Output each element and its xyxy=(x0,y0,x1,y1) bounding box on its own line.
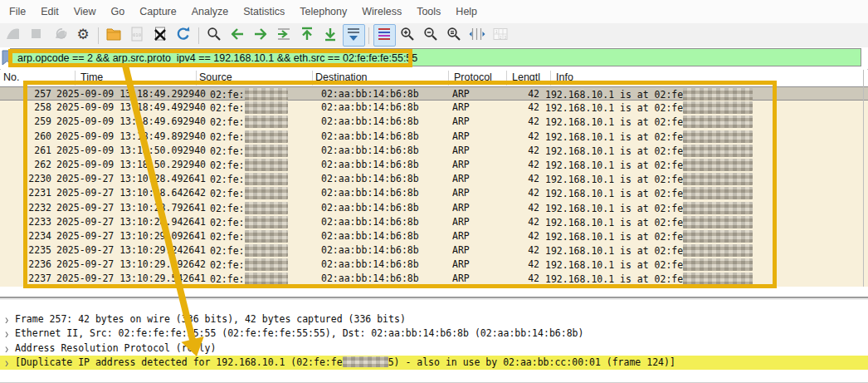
column-header-destination[interactable]: Destination xyxy=(315,71,368,83)
column-header-info[interactable]: Info xyxy=(556,71,573,83)
cell-info: 192.168.10.1 is at 02:fe xyxy=(545,187,753,199)
zoom-reset-icon xyxy=(446,26,462,46)
splitter-line-light xyxy=(0,298,868,300)
filter-bookmark-icon[interactable] xyxy=(0,49,9,67)
packet-row-259[interactable]: 2592025-09-09 13:18:49.69294002:fe:02:aa… xyxy=(0,115,868,129)
menu-item-file[interactable]: File xyxy=(2,0,33,23)
column-header-no[interactable]: No. xyxy=(3,71,19,83)
cell-no: 261 xyxy=(0,145,51,156)
menu-item-telephony[interactable]: Telephony xyxy=(292,0,354,23)
colorize-button[interactable] xyxy=(373,24,396,47)
redacted-block xyxy=(245,258,288,271)
restart-capture-button[interactable] xyxy=(49,24,71,47)
go-to-top-button[interactable] xyxy=(296,24,319,47)
cell-no: 2236 xyxy=(0,258,51,270)
stop-capture-icon xyxy=(28,26,45,46)
column-divider[interactable] xyxy=(506,71,507,86)
detail-row-0[interactable]: ›Frame 257: 42 bytes on wire (336 bits),… xyxy=(0,312,868,327)
cell-destination: 02:aa:bb:14:b6:8b xyxy=(321,258,419,270)
packet-row-2235[interactable]: 22352025-09-27 13:10:29.24264102:fe:02:a… xyxy=(0,243,868,258)
redacted-block xyxy=(683,202,753,214)
packet-row-2230[interactable]: 22302025-09-27 13:10:28.49264102:fe:02:a… xyxy=(0,172,868,186)
packet-row-261[interactable]: 2612025-09-09 13:18:50.09294002:fe:02:aa… xyxy=(0,144,868,158)
detail-row-2[interactable]: ›Address Resolution Protocol (reply) xyxy=(0,341,868,356)
menu-item-analyze[interactable]: Analyze xyxy=(184,0,236,23)
packet-row-258[interactable]: 2582025-09-09 13:18:49.49294002:fe:02:aa… xyxy=(0,101,868,115)
capture-options-button[interactable]: ⚙ xyxy=(72,24,95,47)
redacted-block xyxy=(245,159,288,171)
menu-item-view[interactable]: View xyxy=(66,0,104,23)
packet-row-2233[interactable]: 22332025-09-27 13:10:28.94264102:fe:02:a… xyxy=(0,215,868,229)
close-file-icon xyxy=(152,26,168,46)
cell-info: 192.168.10.1 is at 02:fe xyxy=(545,159,753,171)
cell-time: 2025-09-27 13:10:29.242641 xyxy=(56,244,206,256)
svg-text:⚙: ⚙ xyxy=(76,26,89,42)
pane-splitter[interactable] xyxy=(0,287,868,301)
display-filter-input[interactable]: arp.opcode == 2 && arp.src.proto_ipv4 ==… xyxy=(10,48,861,66)
cell-info: 192.168.10.1 is at 02:fe xyxy=(545,244,753,257)
open-file-button[interactable] xyxy=(103,24,125,47)
cell-no: 2231 xyxy=(0,187,51,199)
start-capture-button[interactable] xyxy=(2,24,25,47)
menu-item-tools[interactable]: Tools xyxy=(409,0,448,23)
packet-row-2234[interactable]: 22342025-09-27 13:10:29.09264102:fe:02:a… xyxy=(0,229,868,243)
menu-item-go[interactable]: Go xyxy=(104,0,133,23)
cell-protocol: ARP xyxy=(452,258,470,270)
column-header-lengtl[interactable]: Lengtl xyxy=(512,71,540,83)
cell-info: 192.168.10.1 is at 02:fe xyxy=(545,130,753,143)
zoom-reset-button[interactable] xyxy=(443,24,466,47)
packet-row-262[interactable]: 2622025-09-09 13:18:50.29294002:fe:02:aa… xyxy=(0,158,868,172)
auto-scroll-button[interactable] xyxy=(343,24,365,47)
cell-time: 2025-09-09 13:18:50.292940 xyxy=(56,159,206,170)
cell-length: 42 xyxy=(498,88,539,100)
go-forward-button[interactable] xyxy=(250,24,272,47)
find-packet-icon xyxy=(206,26,222,46)
go-back-button[interactable] xyxy=(227,24,249,47)
cell-length: 42 xyxy=(498,145,539,156)
menu-item-wireless[interactable]: Wireless xyxy=(354,0,409,23)
cell-info: 192.168.10.1 is at 02:fe xyxy=(545,115,753,128)
go-to-bottom-button[interactable] xyxy=(319,24,342,47)
menu-item-help[interactable]: Help xyxy=(448,0,485,23)
column-header-time[interactable]: Time xyxy=(80,71,103,83)
cell-protocol: ARP xyxy=(452,115,470,127)
packet-row-260[interactable]: 2602025-09-09 13:18:49.89294002:fe:02:aa… xyxy=(0,130,868,144)
resize-columns-button[interactable] xyxy=(466,24,489,47)
column-divider[interactable] xyxy=(196,71,197,86)
cell-no: 262 xyxy=(0,159,51,170)
column-divider[interactable] xyxy=(312,71,313,86)
toolbar-separator xyxy=(368,27,369,44)
cell-info: 192.168.10.1 is at 02:fe xyxy=(545,258,753,271)
packet-row-257[interactable]: 2572025-09-09 13:18:49.29294002:fe:02:aa… xyxy=(0,86,868,101)
detail-row-3[interactable]: ›[Duplicate IP address detected for 192.… xyxy=(0,356,868,370)
find-packet-button[interactable] xyxy=(203,24,226,47)
stop-capture-button[interactable] xyxy=(26,24,48,47)
redacted-block xyxy=(683,244,753,257)
packet-row-2237[interactable]: 22372025-09-27 13:10:29.54264102:fe:02:a… xyxy=(0,272,868,286)
packet-row-2231[interactable]: 22312025-09-27 13:10:28.64264202:fe:02:a… xyxy=(0,186,868,200)
packet-row-2236[interactable]: 22362025-09-27 13:10:29.39264202:fe:02:a… xyxy=(0,258,868,272)
reload-file-button[interactable] xyxy=(173,24,195,47)
detail-row-1[interactable]: ›Ethernet II, Src: 02:fe:fe:fe:55:55 (02… xyxy=(0,327,868,341)
close-file-button[interactable] xyxy=(149,24,172,47)
cell-source: 02:fe: xyxy=(210,101,288,114)
layout-columns-button[interactable]: 123 xyxy=(490,24,512,47)
zoom-out-button[interactable] xyxy=(420,24,442,47)
column-divider[interactable] xyxy=(75,71,76,86)
save-file-button[interactable]: 010 xyxy=(126,24,149,47)
cell-source: 02:fe: xyxy=(210,230,288,243)
packet-row-2232[interactable]: 22322025-09-27 13:10:28.79264102:fe:02:a… xyxy=(0,201,868,215)
resize-columns-icon xyxy=(469,26,485,46)
menu-item-edit[interactable]: Edit xyxy=(33,0,66,23)
menu-item-capture[interactable]: Capture xyxy=(132,0,183,23)
go-to-packet-button[interactable] xyxy=(273,24,295,47)
column-divider[interactable] xyxy=(550,71,551,86)
column-divider[interactable] xyxy=(448,71,449,86)
menu-item-statistics[interactable]: Statistics xyxy=(236,0,292,23)
column-header-source[interactable]: Source xyxy=(199,71,232,83)
column-header-protocol[interactable]: Protocol xyxy=(454,71,492,83)
detail-text: Frame 257: 42 bytes on wire (336 bits), … xyxy=(15,312,406,327)
redacted-block xyxy=(245,216,288,228)
expand-chevron-icon[interactable]: › xyxy=(5,354,8,372)
zoom-in-button[interactable] xyxy=(397,24,419,47)
